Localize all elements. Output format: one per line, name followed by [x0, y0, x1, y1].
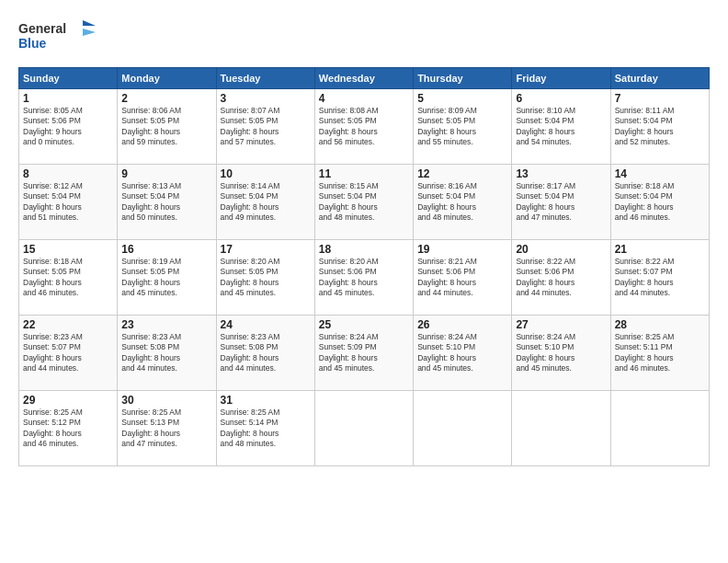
- day-number: 20: [516, 243, 606, 256]
- page: General Blue SundayMondayTuesdayWednesda…: [0, 0, 728, 563]
- day-number: 2: [121, 92, 211, 105]
- weekday-header-tuesday: Tuesday: [216, 68, 314, 89]
- day-info: Sunrise: 8:24 AM Sunset: 5:10 PM Dayligh…: [417, 332, 507, 374]
- week-row-5: 29Sunrise: 8:25 AM Sunset: 5:12 PM Dayli…: [19, 391, 710, 466]
- day-info: Sunrise: 8:13 AM Sunset: 5:04 PM Dayligh…: [121, 181, 211, 224]
- calendar-cell: 25Sunrise: 8:24 AM Sunset: 5:09 PM Dayli…: [314, 316, 413, 391]
- week-row-4: 22Sunrise: 8:23 AM Sunset: 5:07 PM Dayli…: [19, 316, 710, 391]
- day-info: Sunrise: 8:22 AM Sunset: 5:06 PM Dayligh…: [516, 257, 606, 299]
- weekday-header-wednesday: Wednesday: [314, 68, 413, 89]
- day-number: 10: [221, 167, 311, 180]
- day-info: Sunrise: 8:18 AM Sunset: 5:05 PM Dayligh…: [23, 257, 113, 299]
- calendar-cell: 22Sunrise: 8:23 AM Sunset: 5:07 PM Dayli…: [19, 316, 118, 391]
- day-number: 9: [121, 167, 211, 180]
- day-info: Sunrise: 8:05 AM Sunset: 5:06 PM Dayligh…: [23, 106, 113, 148]
- calendar-cell: 3Sunrise: 8:07 AM Sunset: 5:05 PM Daylig…: [216, 89, 314, 165]
- day-number: 11: [319, 167, 409, 180]
- calendar-cell: 12Sunrise: 8:16 AM Sunset: 5:04 PM Dayli…: [414, 165, 512, 240]
- calendar-table: SundayMondayTuesdayWednesdayThursdayFrid…: [18, 67, 710, 466]
- calendar-cell: 2Sunrise: 8:06 AM Sunset: 5:05 PM Daylig…: [118, 89, 216, 165]
- day-number: 22: [23, 318, 113, 331]
- day-info: Sunrise: 8:17 AM Sunset: 5:04 PM Dayligh…: [516, 181, 606, 224]
- day-number: 27: [516, 318, 606, 331]
- calendar-cell: 27Sunrise: 8:24 AM Sunset: 5:10 PM Dayli…: [512, 316, 610, 391]
- weekday-header-sunday: Sunday: [19, 68, 118, 89]
- day-info: Sunrise: 8:25 AM Sunset: 5:11 PM Dayligh…: [615, 332, 705, 374]
- day-info: Sunrise: 8:23 AM Sunset: 5:08 PM Dayligh…: [221, 332, 311, 374]
- day-info: Sunrise: 8:23 AM Sunset: 5:07 PM Dayligh…: [23, 332, 113, 374]
- calendar-cell: 26Sunrise: 8:24 AM Sunset: 5:10 PM Dayli…: [414, 316, 512, 391]
- day-number: 18: [319, 243, 409, 256]
- svg-text:General: General: [18, 21, 66, 36]
- weekday-header-friday: Friday: [512, 68, 610, 89]
- day-number: 26: [417, 318, 507, 331]
- day-number: 21: [615, 243, 705, 256]
- calendar-cell: [414, 391, 512, 466]
- day-info: Sunrise: 8:11 AM Sunset: 5:04 PM Dayligh…: [615, 106, 705, 148]
- calendar-cell: 17Sunrise: 8:20 AM Sunset: 5:05 PM Dayli…: [216, 240, 314, 316]
- calendar-cell: 28Sunrise: 8:25 AM Sunset: 5:11 PM Dayli…: [610, 316, 709, 391]
- day-number: 23: [121, 318, 211, 331]
- logo: General Blue: [18, 17, 101, 58]
- calendar-cell: 30Sunrise: 8:25 AM Sunset: 5:13 PM Dayli…: [118, 391, 216, 466]
- day-info: Sunrise: 8:25 AM Sunset: 5:12 PM Dayligh…: [23, 408, 113, 450]
- day-number: 16: [121, 243, 211, 256]
- day-number: 14: [615, 167, 705, 180]
- day-number: 31: [221, 394, 311, 407]
- calendar-cell: 6Sunrise: 8:10 AM Sunset: 5:04 PM Daylig…: [512, 89, 610, 165]
- week-row-1: 1Sunrise: 8:05 AM Sunset: 5:06 PM Daylig…: [19, 89, 710, 165]
- week-row-2: 8Sunrise: 8:12 AM Sunset: 5:04 PM Daylig…: [19, 165, 710, 240]
- header: General Blue: [18, 17, 710, 58]
- day-number: 12: [417, 167, 507, 180]
- calendar-cell: 9Sunrise: 8:13 AM Sunset: 5:04 PM Daylig…: [118, 165, 216, 240]
- calendar-cell: 29Sunrise: 8:25 AM Sunset: 5:12 PM Dayli…: [19, 391, 118, 466]
- day-info: Sunrise: 8:20 AM Sunset: 5:05 PM Dayligh…: [221, 257, 311, 299]
- week-row-3: 15Sunrise: 8:18 AM Sunset: 5:05 PM Dayli…: [19, 240, 710, 316]
- calendar-cell: 4Sunrise: 8:08 AM Sunset: 5:05 PM Daylig…: [314, 89, 413, 165]
- calendar-cell: 19Sunrise: 8:21 AM Sunset: 5:06 PM Dayli…: [414, 240, 512, 316]
- weekday-header-monday: Monday: [118, 68, 216, 89]
- calendar-cell: [512, 391, 610, 466]
- day-info: Sunrise: 8:25 AM Sunset: 5:13 PM Dayligh…: [121, 408, 211, 450]
- day-number: 25: [319, 318, 409, 331]
- day-number: 19: [417, 243, 507, 256]
- day-info: Sunrise: 8:10 AM Sunset: 5:04 PM Dayligh…: [516, 106, 606, 148]
- day-number: 8: [23, 167, 113, 180]
- svg-text:Blue: Blue: [18, 36, 47, 51]
- calendar-cell: 8Sunrise: 8:12 AM Sunset: 5:04 PM Daylig…: [19, 165, 118, 240]
- day-info: Sunrise: 8:08 AM Sunset: 5:05 PM Dayligh…: [319, 106, 409, 148]
- day-info: Sunrise: 8:18 AM Sunset: 5:04 PM Dayligh…: [615, 181, 705, 224]
- calendar-cell: 13Sunrise: 8:17 AM Sunset: 5:04 PM Dayli…: [512, 165, 610, 240]
- calendar-cell: 23Sunrise: 8:23 AM Sunset: 5:08 PM Dayli…: [118, 316, 216, 391]
- day-number: 13: [516, 167, 606, 180]
- day-number: 28: [615, 318, 705, 331]
- calendar-cell: 11Sunrise: 8:15 AM Sunset: 5:04 PM Dayli…: [314, 165, 413, 240]
- svg-marker-3: [83, 29, 96, 36]
- day-number: 4: [319, 92, 409, 105]
- day-number: 29: [23, 394, 113, 407]
- day-info: Sunrise: 8:22 AM Sunset: 5:07 PM Dayligh…: [615, 257, 705, 299]
- day-info: Sunrise: 8:09 AM Sunset: 5:05 PM Dayligh…: [417, 106, 507, 148]
- calendar-cell: 18Sunrise: 8:20 AM Sunset: 5:06 PM Dayli…: [314, 240, 413, 316]
- day-info: Sunrise: 8:19 AM Sunset: 5:05 PM Dayligh…: [121, 257, 211, 299]
- day-info: Sunrise: 8:12 AM Sunset: 5:04 PM Dayligh…: [23, 181, 113, 224]
- calendar-cell: 21Sunrise: 8:22 AM Sunset: 5:07 PM Dayli…: [610, 240, 709, 316]
- svg-marker-2: [83, 20, 96, 26]
- calendar-cell: 14Sunrise: 8:18 AM Sunset: 5:04 PM Dayli…: [610, 165, 709, 240]
- day-info: Sunrise: 8:24 AM Sunset: 5:09 PM Dayligh…: [319, 332, 409, 374]
- day-number: 1: [23, 92, 113, 105]
- weekday-header-thursday: Thursday: [414, 68, 512, 89]
- day-info: Sunrise: 8:15 AM Sunset: 5:04 PM Dayligh…: [319, 181, 409, 224]
- day-number: 6: [516, 92, 606, 105]
- calendar-cell: [610, 391, 709, 466]
- day-number: 24: [221, 318, 311, 331]
- day-info: Sunrise: 8:24 AM Sunset: 5:10 PM Dayligh…: [516, 332, 606, 374]
- calendar-cell: 5Sunrise: 8:09 AM Sunset: 5:05 PM Daylig…: [414, 89, 512, 165]
- day-info: Sunrise: 8:06 AM Sunset: 5:05 PM Dayligh…: [121, 106, 211, 148]
- calendar-cell: 1Sunrise: 8:05 AM Sunset: 5:06 PM Daylig…: [19, 89, 118, 165]
- day-info: Sunrise: 8:14 AM Sunset: 5:04 PM Dayligh…: [221, 181, 311, 224]
- day-info: Sunrise: 8:23 AM Sunset: 5:08 PM Dayligh…: [121, 332, 211, 374]
- calendar-cell: 20Sunrise: 8:22 AM Sunset: 5:06 PM Dayli…: [512, 240, 610, 316]
- calendar-cell: [314, 391, 413, 466]
- day-number: 15: [23, 243, 113, 256]
